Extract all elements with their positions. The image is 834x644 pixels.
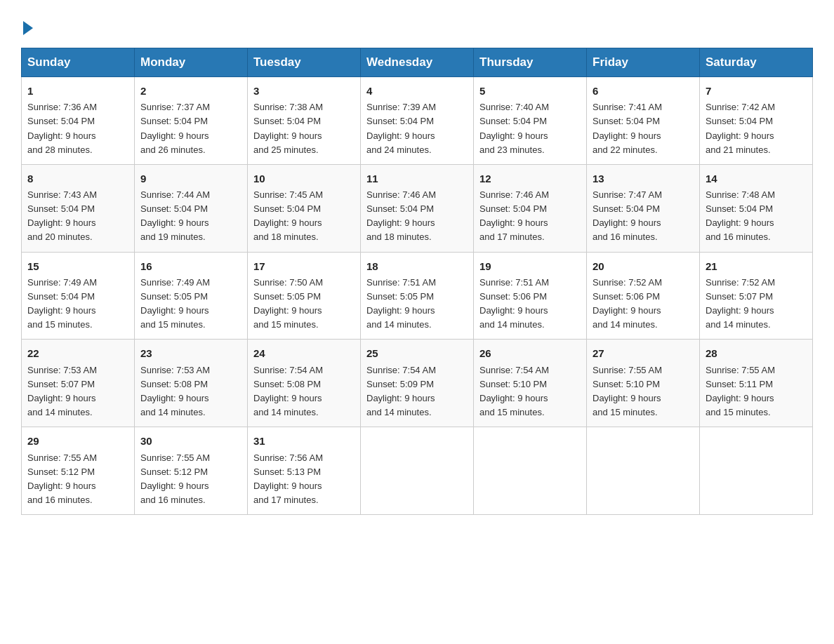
day-info: Sunrise: 7:54 AMSunset: 5:08 PMDaylight:…	[253, 365, 323, 417]
calendar-cell: 30Sunrise: 7:55 AMSunset: 5:12 PMDayligh…	[135, 427, 248, 515]
calendar-cell: 25Sunrise: 7:54 AMSunset: 5:09 PMDayligh…	[361, 340, 474, 427]
day-number: 10	[253, 170, 355, 187]
day-header-saturday: Saturday	[700, 48, 813, 77]
day-info: Sunrise: 7:55 AMSunset: 5:12 PMDaylight:…	[27, 452, 97, 505]
day-number: 4	[366, 83, 468, 99]
calendar-cell: 21Sunrise: 7:52 AMSunset: 5:07 PMDayligh…	[700, 252, 813, 340]
day-header-monday: Monday	[135, 48, 248, 77]
day-number: 29	[27, 433, 128, 449]
calendar-cell: 14Sunrise: 7:48 AMSunset: 5:04 PMDayligh…	[700, 164, 813, 252]
day-number: 21	[706, 258, 807, 274]
calendar-header-row: SundayMondayTuesdayWednesdayThursdayFrid…	[22, 48, 813, 77]
calendar-cell: 10Sunrise: 7:45 AMSunset: 5:04 PMDayligh…	[248, 164, 361, 252]
calendar-cell: 6Sunrise: 7:41 AMSunset: 5:04 PMDaylight…	[587, 77, 700, 165]
calendar-cell: 11Sunrise: 7:46 AMSunset: 5:04 PMDayligh…	[361, 164, 474, 252]
day-number: 9	[140, 170, 241, 187]
calendar-cell: 3Sunrise: 7:38 AMSunset: 5:04 PMDaylight…	[248, 77, 361, 165]
day-info: Sunrise: 7:39 AMSunset: 5:04 PMDaylight:…	[366, 102, 436, 154]
calendar-week-row: 22Sunrise: 7:53 AMSunset: 5:07 PMDayligh…	[22, 340, 813, 427]
day-number: 30	[140, 433, 241, 449]
day-info: Sunrise: 7:45 AMSunset: 5:04 PMDaylight:…	[253, 189, 323, 242]
day-number: 15	[27, 258, 128, 274]
calendar-cell: 18Sunrise: 7:51 AMSunset: 5:05 PMDayligh…	[361, 252, 474, 340]
day-info: Sunrise: 7:48 AMSunset: 5:04 PMDaylight:…	[706, 189, 775, 242]
calendar-cell: 7Sunrise: 7:42 AMSunset: 5:04 PMDaylight…	[700, 77, 813, 165]
calendar-cell: 23Sunrise: 7:53 AMSunset: 5:08 PMDayligh…	[135, 340, 248, 427]
calendar-cell: 20Sunrise: 7:52 AMSunset: 5:06 PMDayligh…	[587, 252, 700, 340]
day-header-tuesday: Tuesday	[248, 48, 361, 77]
day-header-sunday: Sunday	[22, 48, 135, 77]
day-info: Sunrise: 7:42 AMSunset: 5:04 PMDaylight:…	[706, 102, 775, 154]
day-number: 19	[479, 258, 581, 274]
day-number: 2	[140, 83, 241, 99]
calendar-cell: 9Sunrise: 7:44 AMSunset: 5:04 PMDaylight…	[135, 164, 248, 252]
calendar-cell: 22Sunrise: 7:53 AMSunset: 5:07 PMDayligh…	[22, 340, 135, 427]
day-number: 23	[140, 345, 241, 361]
calendar-cell: 27Sunrise: 7:55 AMSunset: 5:10 PMDayligh…	[587, 340, 700, 427]
calendar-cell: 26Sunrise: 7:54 AMSunset: 5:10 PMDayligh…	[474, 340, 587, 427]
calendar-week-row: 29Sunrise: 7:55 AMSunset: 5:12 PMDayligh…	[22, 427, 813, 515]
day-info: Sunrise: 7:52 AMSunset: 5:06 PMDaylight:…	[593, 277, 662, 330]
day-info: Sunrise: 7:53 AMSunset: 5:07 PMDaylight:…	[27, 365, 97, 417]
day-info: Sunrise: 7:53 AMSunset: 5:08 PMDaylight:…	[140, 365, 210, 417]
day-number: 25	[366, 345, 468, 361]
day-info: Sunrise: 7:44 AMSunset: 5:04 PMDaylight:…	[140, 189, 210, 242]
day-number: 27	[593, 345, 694, 361]
day-info: Sunrise: 7:47 AMSunset: 5:04 PMDaylight:…	[593, 189, 662, 242]
logo-arrow-icon	[23, 21, 33, 35]
day-number: 18	[366, 258, 468, 274]
calendar-cell	[361, 427, 474, 515]
day-info: Sunrise: 7:54 AMSunset: 5:09 PMDaylight:…	[366, 365, 436, 417]
day-number: 7	[706, 83, 807, 99]
day-info: Sunrise: 7:46 AMSunset: 5:04 PMDaylight:…	[366, 189, 436, 242]
calendar-cell	[587, 427, 700, 515]
day-number: 31	[253, 433, 355, 449]
calendar-cell: 28Sunrise: 7:55 AMSunset: 5:11 PMDayligh…	[700, 340, 813, 427]
day-info: Sunrise: 7:51 AMSunset: 5:05 PMDaylight:…	[366, 277, 436, 330]
calendar-cell: 29Sunrise: 7:55 AMSunset: 5:12 PMDayligh…	[22, 427, 135, 515]
logo	[21, 14, 33, 35]
day-number: 17	[253, 258, 355, 274]
calendar-cell: 19Sunrise: 7:51 AMSunset: 5:06 PMDayligh…	[474, 252, 587, 340]
day-number: 14	[706, 170, 807, 187]
day-info: Sunrise: 7:52 AMSunset: 5:07 PMDaylight:…	[706, 277, 775, 330]
day-number: 24	[253, 345, 355, 361]
day-info: Sunrise: 7:37 AMSunset: 5:04 PMDaylight:…	[140, 102, 210, 154]
calendar-cell	[474, 427, 587, 515]
calendar-table: SundayMondayTuesdayWednesdayThursdayFrid…	[21, 48, 813, 515]
day-number: 11	[366, 170, 468, 187]
day-info: Sunrise: 7:49 AMSunset: 5:04 PMDaylight:…	[27, 277, 97, 330]
day-header-thursday: Thursday	[474, 48, 587, 77]
calendar-cell: 24Sunrise: 7:54 AMSunset: 5:08 PMDayligh…	[248, 340, 361, 427]
day-info: Sunrise: 7:51 AMSunset: 5:06 PMDaylight:…	[479, 277, 549, 330]
day-number: 22	[27, 345, 128, 361]
day-info: Sunrise: 7:36 AMSunset: 5:04 PMDaylight:…	[27, 102, 97, 154]
day-info: Sunrise: 7:55 AMSunset: 5:11 PMDaylight:…	[706, 365, 775, 417]
calendar-cell: 16Sunrise: 7:49 AMSunset: 5:05 PMDayligh…	[135, 252, 248, 340]
day-info: Sunrise: 7:56 AMSunset: 5:13 PMDaylight:…	[253, 452, 323, 505]
day-number: 20	[593, 258, 694, 274]
calendar-cell: 17Sunrise: 7:50 AMSunset: 5:05 PMDayligh…	[248, 252, 361, 340]
day-number: 8	[27, 170, 128, 187]
day-number: 3	[253, 83, 355, 99]
calendar-cell: 12Sunrise: 7:46 AMSunset: 5:04 PMDayligh…	[474, 164, 587, 252]
day-info: Sunrise: 7:55 AMSunset: 5:12 PMDaylight:…	[140, 452, 210, 505]
day-info: Sunrise: 7:49 AMSunset: 5:05 PMDaylight:…	[140, 277, 210, 330]
day-number: 16	[140, 258, 241, 274]
day-header-wednesday: Wednesday	[361, 48, 474, 77]
day-number: 5	[479, 83, 581, 99]
day-header-friday: Friday	[587, 48, 700, 77]
day-number: 26	[479, 345, 581, 361]
day-info: Sunrise: 7:46 AMSunset: 5:04 PMDaylight:…	[479, 189, 549, 242]
day-info: Sunrise: 7:54 AMSunset: 5:10 PMDaylight:…	[479, 365, 549, 417]
day-number: 6	[593, 83, 694, 99]
day-info: Sunrise: 7:38 AMSunset: 5:04 PMDaylight:…	[253, 102, 323, 154]
day-info: Sunrise: 7:55 AMSunset: 5:10 PMDaylight:…	[593, 365, 662, 417]
calendar-cell: 4Sunrise: 7:39 AMSunset: 5:04 PMDaylight…	[361, 77, 474, 165]
calendar-cell: 2Sunrise: 7:37 AMSunset: 5:04 PMDaylight…	[135, 77, 248, 165]
calendar-cell: 5Sunrise: 7:40 AMSunset: 5:04 PMDaylight…	[474, 77, 587, 165]
calendar-week-row: 15Sunrise: 7:49 AMSunset: 5:04 PMDayligh…	[22, 252, 813, 340]
calendar-cell: 13Sunrise: 7:47 AMSunset: 5:04 PMDayligh…	[587, 164, 700, 252]
day-number: 28	[706, 345, 807, 361]
calendar-week-row: 8Sunrise: 7:43 AMSunset: 5:04 PMDaylight…	[22, 164, 813, 252]
